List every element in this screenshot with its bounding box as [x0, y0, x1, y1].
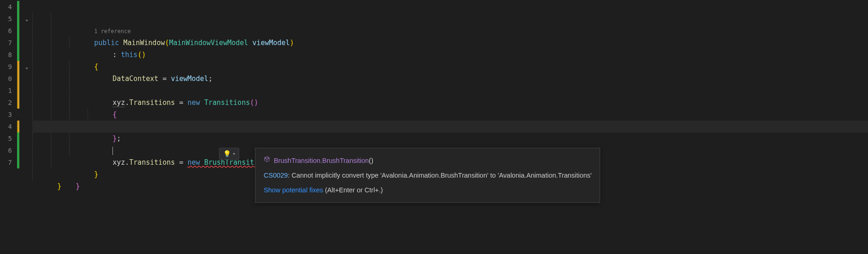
line-number: 6: [0, 144, 12, 156]
code-line[interactable]: new BrushTransition() { Duration = TimeS…: [32, 97, 868, 109]
line-number: 4: [0, 1, 12, 13]
line-number: 9: [0, 61, 12, 73]
code-editor: 4 5 6 7 8 9 0 1 2 3 4 5 6 7 ⌄ ⌄: [0, 0, 868, 254]
fix-shortcut-hint: (Alt+Enter or Ctrl+.): [323, 186, 383, 194]
cube-icon: [264, 155, 270, 166]
line-number: 3: [0, 109, 12, 121]
saved-marker: [17, 13, 19, 25]
code-line[interactable]: : this(): [32, 25, 868, 37]
change-markers: [15, 0, 21, 254]
modified-marker: [17, 97, 19, 109]
tooltip-fix-row: Show potential fixes (Alt+Enter or Ctrl+…: [264, 184, 591, 196]
line-number: 8: [0, 49, 12, 61]
line-number: 6: [0, 25, 12, 37]
saved-marker: [17, 156, 19, 168]
show-fixes-link[interactable]: Show potential fixes: [264, 186, 323, 194]
code-line[interactable]: {: [32, 37, 868, 49]
line-number: 4: [0, 121, 12, 133]
saved-marker: [17, 37, 19, 49]
modified-marker: [17, 121, 19, 133]
code-line[interactable]: xyz.Transitions = new Transitions(): [32, 73, 868, 85]
line-number: 7: [0, 156, 12, 168]
code-line-cursor[interactable]: [32, 121, 868, 133]
modified-marker: [17, 61, 19, 73]
saved-marker: [17, 144, 19, 156]
fold-column: ⌄ ⌄: [21, 0, 32, 254]
code-line[interactable]: };: [32, 109, 868, 121]
line-number: 5: [0, 133, 12, 144]
tooltip-error-message: CS0029: Cannot implicitly convert type '…: [264, 169, 591, 184]
error-code: CS0029: [264, 172, 288, 179]
line-number: 5: [0, 13, 12, 25]
saved-marker: [17, 49, 19, 61]
modified-marker: [17, 85, 19, 97]
code-line[interactable]: {: [32, 85, 868, 97]
modified-marker: [17, 73, 19, 85]
fold-chevron-icon[interactable]: ⌄: [25, 64, 29, 70]
saved-marker: [17, 133, 19, 144]
code-area[interactable]: 1 reference public MainWindow(MainWindow…: [32, 0, 868, 254]
fold-chevron-icon[interactable]: ⌄: [25, 16, 29, 22]
line-number: 2: [0, 97, 12, 109]
tooltip-signature: BrushTransition.BrushTransition(): [264, 155, 591, 169]
line-number: 7: [0, 37, 12, 49]
lightbulb-icon: 💡: [223, 150, 231, 157]
error-tooltip: BrushTransition.BrushTransition() CS0029…: [255, 148, 600, 203]
code-line[interactable]: public MainWindow(MainWindowViewModel vi…: [32, 13, 868, 25]
saved-marker: [17, 1, 19, 13]
codelens-line[interactable]: 1 reference: [32, 1, 868, 13]
quick-actions-lightbulb[interactable]: 💡 ▾: [219, 148, 239, 160]
line-number-gutter: 4 5 6 7 8 9 0 1 2 3 4 5 6 7: [0, 0, 15, 254]
line-number: 1: [0, 85, 12, 97]
code-line[interactable]: DataContext = viewModel;: [32, 49, 868, 61]
saved-marker: [17, 25, 19, 37]
code-line-error[interactable]: xyz.Transitions = new BrushTransition() …: [32, 133, 868, 144]
code-line[interactable]: [32, 61, 868, 73]
line-number: 0: [0, 73, 12, 85]
chevron-down-icon: ▾: [233, 151, 235, 156]
